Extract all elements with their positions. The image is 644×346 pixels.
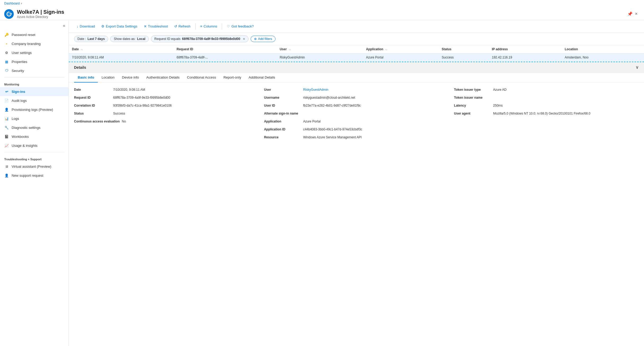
password-reset-icon: 🔑 (4, 32, 9, 37)
workbooks-icon: 📓 (4, 134, 9, 139)
add-filter-button[interactable]: ⊕ Add filters (251, 36, 275, 42)
details-chevron-icon: ∨ (636, 65, 639, 70)
col-user[interactable]: User ↑↓ (277, 45, 363, 53)
troubleshoot-icon: ✕ (144, 24, 147, 28)
download-button[interactable]: ↓ Download (74, 23, 98, 30)
date-field-value: 7/10/2020, 9:08:11 AM (113, 88, 145, 92)
remove-request-id-filter[interactable]: × (243, 37, 245, 41)
sidebar-item-properties[interactable]: ▦ Properties (0, 57, 68, 66)
tab-basic-info[interactable]: Basic info (74, 73, 98, 83)
header-title-group: Wolke7A | Sign-ins Azure Active Director… (17, 9, 624, 19)
token-issuer-type-value: Azure AD (493, 88, 507, 92)
show-dates-chip[interactable]: Show dates as: Local (110, 36, 149, 42)
sidebar-label-new-support: New support request (12, 174, 43, 177)
application-field-value: Azure Portal (303, 120, 321, 123)
page-title: Wolke7A | Sign-ins (17, 9, 624, 15)
col-date[interactable]: Date ↑↓ (69, 45, 173, 53)
breadcrumb-dashboard[interactable]: Dashboard (4, 2, 20, 5)
diagnostic-settings-icon: 🔧 (4, 125, 9, 130)
user-field-label: User (264, 88, 301, 92)
sidebar: « 🔑 Password reset ▪ Company branding ⚙ … (0, 20, 69, 346)
tab-additional-details[interactable]: Additional Details (245, 73, 279, 83)
close-button[interactable]: × (633, 10, 640, 18)
pin-icon[interactable]: 📌 (627, 11, 633, 16)
username-field-label: Username (264, 96, 301, 99)
sidebar-label-audit-logs: Audit logs (12, 99, 27, 103)
feedback-button[interactable]: ♡ Got feedback? (224, 23, 256, 30)
col-request-id[interactable]: Request ID (173, 45, 277, 53)
new-support-icon: 👤 (4, 173, 9, 178)
sidebar-item-provisioning-logs[interactable]: 👤 Provisioning logs (Preview) (0, 105, 68, 114)
latency-field-value: 250ms (493, 104, 503, 107)
field-user-agent: User agent Mozilla/5.0 (Windows NT 10.0;… (454, 112, 639, 115)
status-field-value: Success (113, 112, 125, 115)
properties-icon: ▦ (4, 59, 9, 64)
col-location[interactable]: Location (562, 45, 644, 53)
sidebar-label-company-branding: Company branding (12, 42, 41, 46)
correlation-id-field-label: Correlation ID (74, 104, 111, 107)
feedback-label: Got feedback? (231, 24, 254, 28)
detail-col-3: Token issuer type Azure AD Token issuer … (454, 88, 639, 139)
field-latency: Latency 250ms (454, 104, 639, 107)
export-label: Export Data Settings (106, 24, 137, 28)
sign-ins-table-container: Date ↑↓ Request ID User ↑↓ App (69, 45, 644, 62)
feedback-icon: ♡ (227, 24, 230, 28)
sidebar-item-audit-logs[interactable]: 📄 Audit logs (0, 96, 68, 105)
sidebar-item-new-support[interactable]: 👤 New support request (0, 171, 68, 180)
sidebar-item-workbooks[interactable]: 📓 Workbooks (0, 132, 68, 141)
date-field-label: Date (74, 88, 111, 92)
sidebar-item-sign-ins[interactable]: ↩ Sign-ins (0, 87, 68, 96)
troubleshoot-label: Troubleshoot (148, 24, 168, 28)
tab-auth-details[interactable]: Authentication Details (143, 73, 183, 83)
tab-location[interactable]: Location (98, 73, 118, 83)
field-app-id: Application ID c44b4083-3bb0-49c1-b47d-9… (264, 128, 449, 131)
user-field-value[interactable]: RiskyGuestAdmin (303, 88, 328, 92)
sidebar-item-usage-insights[interactable]: 📈 Usage & insights (0, 141, 68, 150)
sidebar-item-security[interactable]: 🛡 Security (0, 66, 68, 75)
monitoring-section-label: Monitoring (0, 80, 68, 87)
sidebar-label-logs: Logs (12, 117, 19, 121)
col-ip-address[interactable]: IP address (489, 45, 562, 53)
show-dates-value: Local (137, 37, 145, 41)
export-data-button[interactable]: ⚙ Export Data Settings (99, 23, 140, 30)
date-filter-value: Last 7 days (88, 37, 105, 41)
token-issuer-name-label: Token issuer name (454, 96, 491, 99)
company-branding-icon: ▪ (4, 41, 9, 46)
refresh-button[interactable]: ↺ Refresh (172, 23, 193, 30)
collapse-button[interactable]: « (63, 23, 65, 28)
field-token-issuer-type: Token issuer type Azure AD (454, 88, 639, 92)
show-dates-label: Show dates as: (114, 37, 135, 41)
details-header[interactable]: Details ∨ (69, 62, 644, 73)
columns-button[interactable]: ≡ Columns (198, 23, 220, 30)
col-status[interactable]: Status (439, 45, 489, 53)
sidebar-item-password-reset[interactable]: 🔑 Password reset (0, 30, 68, 39)
troubleshoot-button[interactable]: ✕ Troubleshoot (141, 23, 171, 30)
sidebar-item-company-branding[interactable]: ▪ Company branding (0, 39, 68, 48)
field-user-id: User ID fb23e77a-e282-4b01-9d87-c9f27de8… (264, 104, 449, 107)
page-header: Wolke7A | Sign-ins Azure Active Director… (0, 7, 644, 20)
request-id-chip[interactable]: Request ID equals 68ff678a-3709-4a9f-9e3… (151, 35, 249, 42)
user-id-field-label: User ID (264, 104, 301, 107)
sidebar-label-provisioning-logs: Provisioning logs (Preview) (12, 108, 53, 112)
table-row[interactable]: 7/10/2020, 9:08:11 AM 68ff678a-3709-4a9f… (69, 53, 644, 62)
sidebar-item-virtual-assistant[interactable]: 🖥 Virtual assistant (Preview) (0, 162, 68, 171)
tab-report-only[interactable]: Report-only (220, 73, 245, 83)
app-logo (4, 9, 14, 19)
tab-conditional-access[interactable]: Conditional Access (183, 73, 220, 83)
user-agent-field-label: User agent (454, 112, 491, 115)
cell-application: Azure Portal (363, 53, 438, 62)
col-application[interactable]: Application ↑↓ (363, 45, 438, 53)
date-filter-chip[interactable]: Date : Last 7 days (74, 36, 108, 42)
sidebar-item-diagnostic-settings[interactable]: 🔧 Diagnostic settings (0, 123, 68, 132)
sidebar-item-logs[interactable]: 📊 Logs (0, 114, 68, 123)
user-settings-icon: ⚙ (4, 50, 9, 55)
sidebar-divider-2 (4, 152, 64, 152)
sidebar-item-user-settings[interactable]: ⚙ User settings (0, 48, 68, 57)
sidebar-divider-1 (4, 77, 64, 78)
request-id-field-label: Request ID (74, 96, 111, 99)
sidebar-label-properties: Properties (12, 60, 27, 64)
field-cae: Continuous access evaluation No (74, 120, 259, 123)
latency-field-label: Latency (454, 104, 491, 107)
troubleshooting-section-label: Troubleshooting + Support (0, 154, 68, 162)
tab-device-info[interactable]: Device info (118, 73, 142, 83)
